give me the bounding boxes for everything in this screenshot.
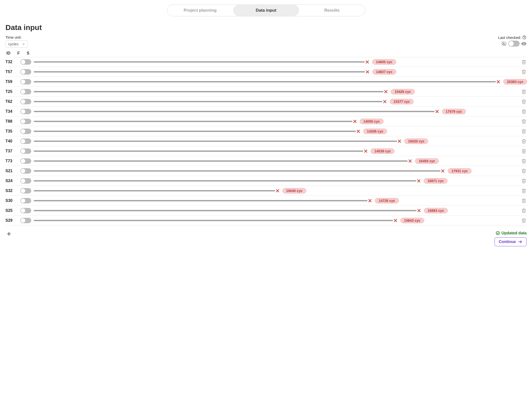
delete-row-button[interactable] bbox=[521, 129, 527, 134]
time-unit-select[interactable]: cycles bbox=[5, 40, 28, 48]
table-row: S2516883 cyc bbox=[5, 206, 527, 216]
failure-toggle[interactable] bbox=[20, 168, 31, 174]
value-bar[interactable]: 15843 cyc bbox=[34, 218, 519, 223]
value-bar[interactable]: 14605 cyc bbox=[34, 59, 519, 64]
time-unit-label: Time unit: bbox=[5, 35, 28, 39]
value-bar[interactable]: 14726 cyc bbox=[34, 198, 519, 203]
tab-results[interactable]: Results bbox=[299, 5, 365, 16]
delete-row-button[interactable] bbox=[521, 198, 527, 203]
close-icon bbox=[417, 208, 421, 213]
close-icon bbox=[367, 198, 372, 203]
delete-row-button[interactable] bbox=[521, 159, 527, 164]
close-icon bbox=[393, 218, 398, 223]
tab-project-planning[interactable]: Project planning bbox=[167, 5, 233, 16]
value-bar[interactable]: 20383 cyc bbox=[34, 79, 519, 84]
row-id: T37 bbox=[5, 149, 18, 153]
value-bar[interactable]: 16883 cyc bbox=[34, 208, 519, 213]
table-row: T5920383 cyc bbox=[5, 77, 527, 87]
footer: Updated data Continue bbox=[5, 231, 527, 246]
failure-toggle[interactable] bbox=[20, 129, 31, 134]
last-checked-label: Last checked: bbox=[498, 35, 521, 40]
updated-status: Updated data bbox=[495, 231, 527, 235]
continue-button[interactable]: Continue bbox=[495, 237, 527, 246]
delete-row-button[interactable] bbox=[521, 208, 527, 213]
arrow-right-icon bbox=[518, 240, 522, 244]
value-chip: 14607 cyc bbox=[372, 69, 396, 75]
help-icon[interactable] bbox=[522, 35, 527, 40]
value-chip: 16020 cyc bbox=[404, 138, 428, 144]
value-bar[interactable]: 14050 cyc bbox=[34, 119, 519, 124]
failure-toggle[interactable] bbox=[20, 99, 31, 104]
table-row: S3014726 cyc bbox=[5, 196, 527, 206]
delete-row-button[interactable] bbox=[521, 218, 527, 223]
controls-row: Time unit: cycles Last checked: bbox=[5, 35, 527, 48]
row-id: T35 bbox=[5, 129, 18, 134]
failure-toggle[interactable] bbox=[20, 148, 31, 154]
delete-row-button[interactable] bbox=[521, 139, 527, 144]
failure-toggle[interactable] bbox=[20, 178, 31, 184]
delete-row-button[interactable] bbox=[521, 178, 527, 183]
failure-toggle[interactable] bbox=[20, 218, 31, 223]
table-row: T2515426 cyc bbox=[5, 87, 527, 97]
visibility-toggle[interactable] bbox=[508, 41, 520, 47]
delete-row-button[interactable] bbox=[521, 99, 527, 104]
table-row: S2915843 cyc bbox=[5, 216, 527, 225]
failure-toggle[interactable] bbox=[20, 59, 31, 65]
add-row-button[interactable] bbox=[5, 231, 12, 237]
delete-row-button[interactable] bbox=[521, 188, 527, 193]
delete-row-button[interactable] bbox=[521, 59, 527, 64]
failure-toggle[interactable] bbox=[20, 69, 31, 75]
failure-toggle[interactable] bbox=[20, 198, 31, 203]
value-bar[interactable]: 10640 cyc bbox=[34, 188, 519, 193]
table-row: S2117931 cyc bbox=[5, 166, 527, 176]
failure-toggle[interactable] bbox=[20, 158, 31, 164]
close-icon bbox=[356, 129, 361, 134]
table-row: T6215377 cyc bbox=[5, 97, 527, 107]
value-bar[interactable]: 16020 cyc bbox=[34, 139, 519, 144]
failure-toggle[interactable] bbox=[20, 138, 31, 144]
value-bar[interactable]: 17931 cyc bbox=[34, 168, 519, 173]
delete-row-button[interactable] bbox=[521, 149, 527, 154]
value-bar[interactable]: 14607 cyc bbox=[34, 69, 519, 74]
row-id: T73 bbox=[5, 159, 18, 163]
row-id: T40 bbox=[5, 139, 18, 143]
close-icon bbox=[397, 139, 402, 144]
row-id: T32 bbox=[5, 60, 18, 64]
table-row: T4016020 cyc bbox=[5, 136, 527, 146]
failure-toggle[interactable] bbox=[20, 109, 31, 114]
value-bar[interactable]: 14539 cyc bbox=[34, 149, 519, 154]
delete-row-button[interactable] bbox=[521, 89, 527, 94]
failure-toggle[interactable] bbox=[20, 208, 31, 213]
close-icon bbox=[352, 119, 357, 124]
failure-toggle[interactable] bbox=[20, 79, 31, 84]
value-bar[interactable]: 15377 cyc bbox=[34, 99, 519, 104]
failure-toggle[interactable] bbox=[20, 119, 31, 124]
failure-toggle[interactable] bbox=[20, 188, 31, 193]
value-bar[interactable]: 17679 cyc bbox=[34, 109, 519, 114]
value-bar[interactable]: 15426 cyc bbox=[34, 89, 519, 94]
value-bar[interactable]: 16493 cyc bbox=[34, 159, 519, 164]
failure-toggle[interactable] bbox=[20, 89, 31, 94]
visibility-on-icon bbox=[521, 41, 527, 46]
delete-row-button[interactable] bbox=[521, 168, 527, 173]
table-row: T3514206 cyc bbox=[5, 126, 527, 136]
value-chip: 14050 cyc bbox=[360, 119, 384, 124]
column-headers: ID F S bbox=[5, 51, 527, 55]
table-row: T8814050 cyc bbox=[5, 116, 527, 126]
delete-row-button[interactable] bbox=[521, 119, 527, 124]
visibility-off-icon bbox=[501, 41, 507, 46]
value-chip: 17931 cyc bbox=[448, 168, 472, 174]
value-bar[interactable]: 16871 cyc bbox=[34, 178, 519, 183]
tab-data-input[interactable]: Data input bbox=[233, 5, 299, 16]
wizard-tabs: Project planningData inputResults bbox=[167, 4, 365, 16]
value-chip: 15843 cyc bbox=[400, 218, 424, 223]
delete-row-button[interactable] bbox=[521, 109, 527, 114]
delete-row-button[interactable] bbox=[521, 69, 527, 74]
value-chip: 16883 cyc bbox=[424, 208, 448, 213]
table-row: S3210640 cyc bbox=[5, 186, 527, 196]
close-icon bbox=[383, 89, 388, 94]
value-bar[interactable]: 14206 cyc bbox=[34, 129, 519, 134]
chevron-down-icon bbox=[22, 43, 25, 46]
close-icon bbox=[435, 109, 440, 114]
value-chip: 14605 cyc bbox=[372, 59, 396, 65]
